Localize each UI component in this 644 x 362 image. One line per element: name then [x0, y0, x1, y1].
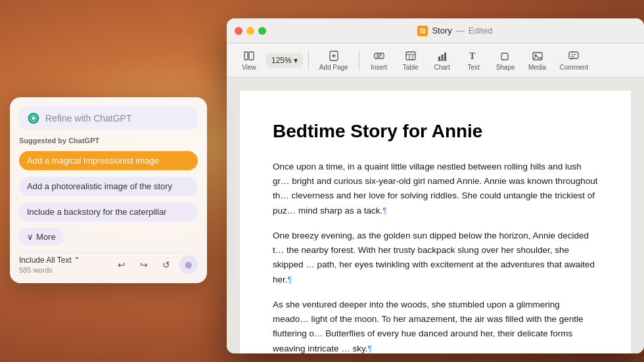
undo-button[interactable]: ↩ [112, 256, 131, 274]
media-label: Media [528, 64, 546, 71]
chatgpt-logo-icon [27, 112, 40, 125]
chatgpt-search-placeholder: Refine with ChatGPT [45, 113, 190, 124]
svg-text:T: T [469, 51, 476, 61]
text-button[interactable]: T Text [459, 47, 488, 74]
shape-icon [499, 49, 512, 62]
include-chevron-icon: ⌃ [74, 256, 80, 265]
edited-label: Edited [469, 26, 493, 35]
suggested-by-chatgpt-label: Suggested by ChatGPT [19, 137, 198, 145]
comment-button[interactable]: Comment [555, 47, 593, 74]
refresh-button[interactable]: ↺ [157, 256, 175, 274]
chart-label: Chart [434, 64, 449, 71]
window-title: Story — Edited [274, 26, 636, 36]
pilcrow-2: ¶ [288, 275, 292, 284]
table-label: Table [403, 64, 419, 71]
suggestion-3-button[interactable]: Include a backstory for the caterpillar [19, 202, 198, 221]
comment-icon [567, 49, 580, 62]
insert-icon [373, 49, 386, 62]
minimize-button[interactable] [246, 27, 254, 35]
suggestion-1-button[interactable]: Add a magical impressionist image [19, 151, 198, 170]
panel-footer: Include All Text ⌃ 585 words ↩ ↪ ↺ ⊕ [19, 252, 198, 274]
svg-rect-17 [438, 57, 440, 60]
toolbar-separator-1 [308, 51, 309, 70]
include-label: Include All Text [19, 256, 72, 265]
svg-rect-3 [421, 32, 423, 33]
text-icon: T [467, 49, 480, 62]
view-button[interactable]: View [235, 47, 264, 74]
pilcrow-1: ¶ [382, 206, 386, 215]
toolbar-separator-2 [359, 51, 359, 70]
close-button[interactable] [235, 27, 242, 35]
add-page-label: Add Page [319, 64, 348, 71]
include-all-text[interactable]: Include All Text ⌃ [19, 256, 80, 265]
svg-rect-22 [501, 53, 508, 60]
suggestion-2-button[interactable]: Add a photorealistic image of the story [19, 177, 198, 196]
paragraph-2: One breezy evening, as the golden sun di… [273, 229, 598, 287]
traffic-lights [235, 27, 266, 35]
zoom-control[interactable]: 125% ▾ [266, 53, 303, 68]
svg-rect-2 [421, 31, 425, 32]
table-icon [404, 49, 417, 62]
comment-label: Comment [560, 64, 588, 71]
maximize-button[interactable] [258, 27, 266, 35]
insert-label: Insert [371, 64, 387, 71]
more-button-label: More [36, 232, 56, 242]
shape-button[interactable]: Shape [491, 47, 520, 74]
pages-titlebar: Story — Edited [227, 18, 644, 43]
view-label: View [242, 64, 256, 71]
paragraph-3: As she ventured deeper into the woods, s… [273, 298, 598, 353]
story-title: Bedtime Story for Annie [273, 117, 598, 147]
paragraph-1: Once upon a time, in a quaint little vil… [273, 160, 598, 218]
redo-button[interactable]: ↪ [135, 256, 153, 274]
chart-icon [436, 49, 449, 62]
document-title: Story [432, 26, 451, 35]
view-icon [242, 49, 256, 62]
svg-rect-4 [244, 52, 248, 60]
chatgpt-search-bar[interactable]: Refine with ChatGPT [19, 106, 198, 130]
table-button[interactable]: Table [396, 47, 425, 74]
pages-window: Story — Edited View 125% ▾ [227, 18, 644, 353]
pilcrow-3: ¶ [368, 344, 372, 353]
page-body: Bedtime Story for Annie Once upon a time… [240, 91, 631, 353]
add-page-button[interactable]: Add Page [314, 47, 354, 74]
svg-rect-18 [441, 55, 443, 60]
pages-app-icon [417, 26, 428, 36]
more-button[interactable]: ∨ More [19, 228, 64, 246]
svg-rect-25 [569, 52, 578, 58]
svg-rect-13 [406, 52, 415, 60]
word-count: 585 words [19, 266, 80, 274]
chart-button[interactable]: Chart [428, 47, 457, 74]
chevron-down-icon: ∨ [27, 232, 34, 242]
footer-actions: ↩ ↪ ↺ ⊕ [112, 256, 198, 274]
svg-rect-5 [249, 52, 254, 60]
media-icon [531, 49, 544, 62]
media-button[interactable]: Media [523, 47, 552, 74]
add-page-icon [327, 49, 340, 62]
svg-rect-1 [421, 30, 425, 30]
text-label: Text [467, 64, 479, 71]
pages-toolbar: View 125% ▾ Add Page [227, 43, 644, 78]
zoom-value: 125% [271, 56, 292, 65]
chatgpt-panel: Refine with ChatGPT Suggested by ChatGPT… [10, 97, 207, 283]
add-button[interactable]: ⊕ [179, 256, 198, 274]
svg-rect-19 [444, 53, 446, 60]
insert-button[interactable]: Insert [365, 47, 394, 74]
title-separator: — [456, 26, 465, 35]
zoom-chevron: ▾ [294, 56, 298, 65]
shape-label: Shape [496, 64, 515, 71]
footer-left: Include All Text ⌃ 585 words [19, 256, 80, 274]
pages-content[interactable]: Bedtime Story for Annie Once upon a time… [227, 78, 644, 353]
